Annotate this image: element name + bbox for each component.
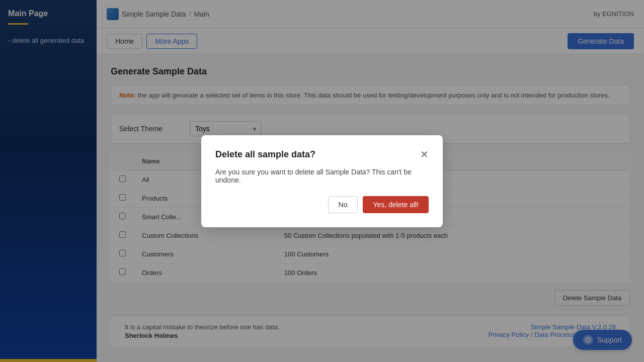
modal-body: Are you sure you want to delete all Samp… [215,168,429,184]
modal-footer: No Yes, delete all! [215,196,429,213]
modal-overlay[interactable]: Delete all sample data? ✕ Are you sure y… [0,0,644,362]
modal-no-button[interactable]: No [328,196,358,213]
modal-close-button[interactable]: ✕ [420,149,429,159]
modal-yes-delete-button[interactable]: Yes, delete all! [363,196,429,213]
delete-modal: Delete all sample data? ✕ Are you sure y… [201,135,443,227]
modal-header: Delete all sample data? ✕ [215,149,429,160]
modal-title: Delete all sample data? [215,149,315,160]
